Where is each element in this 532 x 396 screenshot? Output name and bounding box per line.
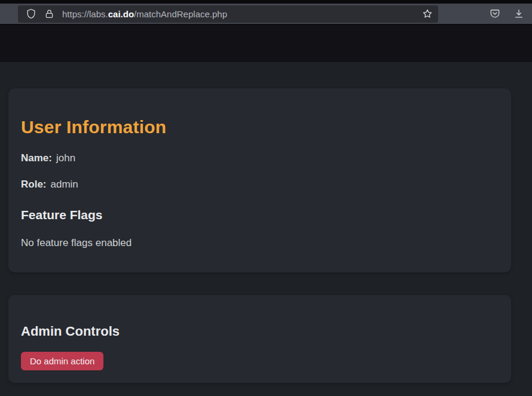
admin-controls-title: Admin Controls <box>21 324 499 339</box>
role-field: Role:admin <box>21 179 499 190</box>
role-value: admin <box>51 179 78 190</box>
role-label: Role: <box>21 179 47 190</box>
name-value: john <box>56 152 75 164</box>
toolbar-right-icons <box>485 6 532 22</box>
url-domain: cai.do <box>108 9 134 19</box>
user-information-card: User Information Name:john Role:admin Fe… <box>8 88 511 272</box>
url-prefix: https://labs. <box>62 9 108 19</box>
user-information-title: User Information <box>21 117 499 137</box>
name-label: Name: <box>21 152 52 164</box>
do-admin-action-button[interactable]: Do admin action <box>21 352 103 370</box>
feature-flags-title: Feature Flags <box>21 208 499 222</box>
page-content: User Information Name:john Role:admin Fe… <box>0 62 532 396</box>
name-field: Name:john <box>21 153 499 164</box>
browser-toolbar: https://labs.cai.do/matchAndReplace.php <box>0 4 532 25</box>
url-path: /matchAndReplace.php <box>134 9 227 19</box>
page-top-band <box>0 25 532 62</box>
pocket-icon[interactable] <box>485 6 505 22</box>
url-bar[interactable]: https://labs.cai.do/matchAndReplace.php <box>18 5 438 23</box>
browser-window: https://labs.cai.do/matchAndReplace.php <box>0 0 532 396</box>
url-text[interactable]: https://labs.cai.do/matchAndReplace.php <box>59 9 418 19</box>
feature-flags-empty-text: No feature flags enabled <box>21 238 499 248</box>
lock-icon[interactable] <box>41 6 57 22</box>
bookmark-star-icon[interactable] <box>419 6 436 22</box>
admin-controls-card: Admin Controls Do admin action <box>8 295 511 383</box>
tracking-protection-shield-icon[interactable] <box>23 6 39 22</box>
download-icon[interactable] <box>509 6 528 22</box>
